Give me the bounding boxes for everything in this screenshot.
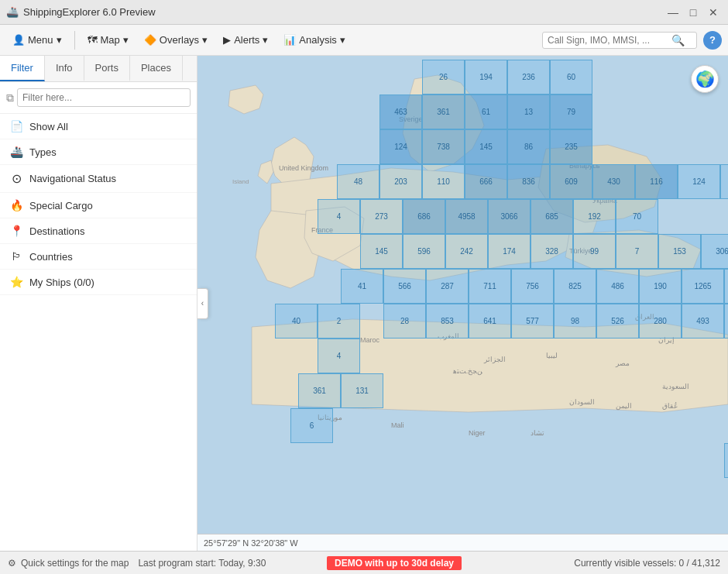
app-icon: 🚢 [6,6,19,18]
tab-places[interactable]: Places [130,56,183,81]
filter-input[interactable] [17,88,191,107]
collapse-sidebar-button[interactable]: ‹ [197,288,208,319]
search-input[interactable] [548,35,671,46]
coordinates-text: 25°57'29" N 32°20'38" W [204,538,298,548]
svg-text:Mali: Mali [391,421,404,429]
analysis-icon: 📊 [283,34,296,46]
svg-text:تشاد: تشاد [531,429,544,437]
sidebar-item-destinations[interactable]: 📍 Destinations [0,218,197,244]
overlays-icon: 🔶 [144,34,156,46]
last-program-label: Last program start: Today, 9:30 [138,558,266,569]
destinations-label: Destinations [29,225,85,237]
map-icon: 🗺 [88,34,98,46]
sidebar-item-special-cargo[interactable]: 🔥 Special Cargo [0,193,197,218]
separator [74,31,75,50]
ship-icon: 🚢 [9,146,23,158]
alerts-button[interactable]: ▶ Alerts ▾ [217,31,274,49]
svg-text:عُقاق: عُقاق [662,402,678,410]
fire-icon: 🔥 [9,199,23,211]
map-svg: United Kingdom France Беларусь Україна T… [197,56,728,551]
sidebar-tabs: Filter Info Ports Places [0,56,197,82]
sidebar-items: 📄 Show All 🚢 Types ⊙ Navigational Status… [0,114,197,551]
star-icon: ⭐ [9,276,23,288]
close-button[interactable]: ✕ [705,4,722,21]
sidebar-item-types[interactable]: 🚢 Types [0,139,197,165]
demo-badge: DEMO with up to 30d delay [327,556,462,570]
minimize-button[interactable]: — [664,4,682,21]
svg-text:Беларусь: Беларусь [569,162,600,170]
title-bar: 🚢 ShippingExplorer 6.0 Preview — □ ✕ [0,0,728,25]
svg-text:الجزائر: الجزائر [483,356,506,364]
svg-text:السعودية: السعودية [662,383,689,391]
flag-icon: 🏳 [9,250,23,263]
overlays-chevron-icon: ▾ [202,34,208,46]
sidebar-item-countries[interactable]: 🏳 Countries [0,244,197,270]
coords-bar: 25°57'29" N 32°20'38" W [197,534,728,551]
tab-filter[interactable]: Filter [0,56,45,81]
maximize-button[interactable]: □ [685,4,702,21]
quick-settings-label: Quick settings for the map [21,558,129,569]
svg-text:مصر: مصر [615,359,630,368]
svg-text:العراق: العراق [635,313,654,321]
pin-icon: 📍 [9,225,23,237]
svg-text:Island: Island [232,178,249,185]
nav-status-label: Navigational Status [29,173,116,184]
sidebar: Filter Info Ports Places ⧉ 📄 Show All 🚢 … [0,56,197,551]
analysis-chevron-icon: ▾ [340,34,345,46]
toolbar: 👤 Menu ▾ 🗺 Map ▾ 🔶 Overlays ▾ ▶ Alerts ▾… [0,25,728,56]
map-area[interactable]: United Kingdom France Беларусь Україна T… [197,56,728,551]
search-icon: 🔍 [671,34,685,46]
map-chevron-icon: ▾ [123,34,129,46]
svg-text:السودان: السودان [569,398,595,407]
tab-info[interactable]: Info [45,56,84,81]
types-label: Types [29,146,57,158]
sidebar-item-show-all[interactable]: 📄 Show All [0,114,197,139]
status-bar: ⚙ Quick settings for the map Last progra… [0,551,728,574]
filter-icon: ⧉ [6,91,14,105]
svg-text:Sverige: Sverige [399,115,423,123]
analysis-button[interactable]: 📊 Analysis ▾ [277,31,351,49]
countries-label: Countries [29,251,73,263]
overlays-button[interactable]: 🔶 Overlays ▾ [138,31,214,49]
svg-text:Türkiye: Türkiye [569,247,592,255]
menu-button[interactable]: 👤 Menu ▾ [6,31,68,49]
main-area: Filter Info Ports Places ⧉ 📄 Show All 🚢 … [0,56,728,551]
user-icon: 👤 [12,34,25,46]
svg-text:Niger: Niger [469,429,486,437]
svg-text:موريتانيا: موريتانيا [318,414,342,422]
svg-text:United Kingdom: United Kingdom [279,164,328,172]
svg-text:Україна: Україна [592,197,617,205]
svg-text:France: France [311,226,333,234]
sidebar-item-my-ships[interactable]: ⭐ My Ships (0/0) [0,270,197,295]
svg-text:إيران: إيران [658,336,675,345]
svg-text:Maroc: Maroc [360,336,380,344]
nav-status-icon: ⊙ [9,171,23,186]
map-button[interactable]: 🗺 Map ▾ [81,31,135,49]
search-container: 🔍 [542,32,697,49]
menu-chevron-icon: ▾ [57,34,62,46]
quick-settings-icon: ⚙ [8,558,16,569]
svg-text:ﻦﺠﺦ.ﺖﺘﻫ: ﻦﺠﺦ.ﺖﺘﻫ [452,367,482,376]
special-cargo-label: Special Cargo [29,200,93,211]
tab-ports[interactable]: Ports [84,56,130,81]
app-title: ShippingExplorer 6.0 Preview [23,6,156,18]
alerts-icon: ▶ [223,34,231,46]
document-icon: 📄 [9,120,23,132]
vessels-count-label: Currently visible vessels: 0 / 41,312 [574,558,720,569]
my-ships-label: My Ships (0/0) [29,277,94,288]
globe-icon: 🌍 [695,70,715,88]
alerts-chevron-icon: ▾ [263,34,268,46]
help-button[interactable]: ? [703,31,722,50]
filter-area: ⧉ [0,82,197,114]
svg-text:ليبيا: ليبيا [546,352,558,359]
globe-button[interactable]: 🌍 [691,65,719,93]
show-all-label: Show All [29,121,68,132]
svg-text:المغرب: المغرب [438,332,459,341]
sidebar-item-nav-status[interactable]: ⊙ Navigational Status [0,165,197,193]
svg-text:اليمن: اليمن [616,402,632,411]
collapse-arrow-icon: ‹ [201,299,204,308]
